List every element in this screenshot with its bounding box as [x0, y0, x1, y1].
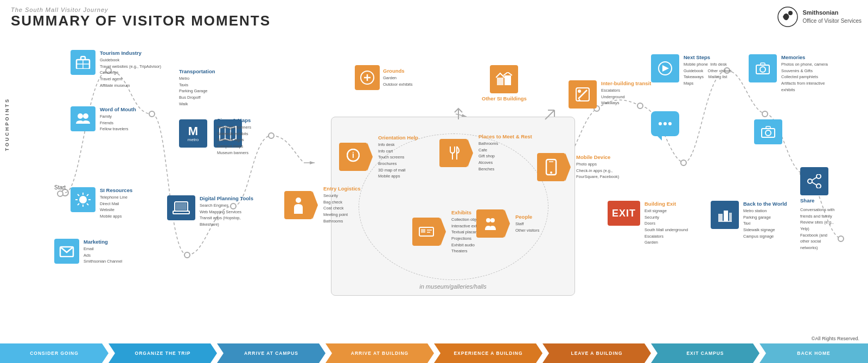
svg-point-11 [681, 160, 686, 165]
header: The South Mall Visitor Journey SUMMARY O… [11, 7, 271, 29]
svg-line-29 [87, 194, 88, 196]
fork-knife-icon [446, 145, 461, 161]
svg-point-44 [486, 218, 490, 222]
inter-building-transit-node: Inter-building transit EscalatorsUndergr… [569, 80, 651, 109]
svg-point-6 [184, 252, 190, 258]
grounds-icon [360, 70, 375, 85]
marketing-title: Marketing [84, 239, 122, 245]
buildings-icon [496, 72, 512, 86]
svg-point-57 [663, 122, 667, 125]
sun-icon [75, 192, 91, 207]
smithsonian-logo-icon [777, 7, 798, 27]
digital-planning-title: Digital Planning Tools [200, 195, 253, 201]
share-node: Share Conversations withfriends and fami… [800, 167, 834, 251]
svg-rect-35 [176, 203, 187, 210]
marketing-items: EmailAdsSmithsonian Channel [84, 246, 122, 265]
city-icon [717, 207, 732, 222]
phone-icon [545, 158, 557, 176]
laptop-icon [173, 201, 190, 215]
people2-icon [483, 216, 498, 231]
mobile-device-node: Mobile Device Photo appsCheck-in apps (e… [537, 153, 619, 181]
segment-consider-going: CONSIDER GOING [0, 343, 108, 363]
svg-point-52 [578, 90, 581, 93]
word-of-mouth-items: FamilyFriendsFellow travelers [100, 113, 136, 132]
svg-point-1 [788, 11, 793, 15]
header-title: SUMMARY OF VISITOR MOMENTS [11, 13, 271, 29]
svg-point-58 [668, 122, 672, 125]
logo-area: Smithsonian Office of Visitor Services [777, 7, 861, 27]
si-resources-node: SI Resources Telephone LineDirect MailWe… [71, 187, 132, 220]
svg-rect-63 [729, 213, 732, 221]
svg-rect-34 [173, 211, 189, 214]
svg-point-45 [490, 218, 495, 222]
tourism-items: GuidebookTravel websites (e.g., TripAdvi… [100, 57, 161, 88]
svg-line-69 [812, 182, 816, 185]
svg-rect-50 [505, 75, 511, 85]
tourism-industry-node: Tourism Industry GuidebookTravel website… [71, 50, 161, 88]
transportation-title: Transportation [179, 68, 215, 74]
svg-text:i: i [352, 151, 354, 160]
info-icon: i [347, 149, 360, 165]
svg-point-55 [760, 67, 765, 72]
svg-line-30 [78, 203, 79, 205]
marketing-node: Marketing EmailAdsSmithsonian Channel [54, 239, 122, 265]
svg-point-8 [269, 133, 274, 138]
svg-point-65 [816, 174, 821, 179]
start-node: Start [54, 184, 66, 197]
svg-line-27 [78, 194, 79, 196]
arrow-up-right-icon [542, 106, 559, 122]
segment-exit-campus: EXIT CAMPUS [651, 343, 760, 363]
tourism-title: Tourism Industry [100, 50, 161, 56]
copyright: ©All Rights Reserved. [812, 336, 859, 341]
svg-line-68 [812, 177, 816, 180]
main-diagram: The South Mall Visitor Journey SUMMARY O… [0, 0, 868, 336]
si-resources-title: SI Resources [100, 187, 132, 193]
svg-point-37 [296, 198, 301, 203]
signs-maps-items: Streetlight bannersSidewalk exhibitsSide… [217, 124, 251, 156]
svg-point-15 [838, 236, 844, 241]
transportation-node: Transportation MetroTaxisParking GarageB… [179, 68, 215, 107]
next-steps-node: Next Steps Mobile phone Info deskGuidebo… [651, 54, 732, 87]
speech-bubble-node [651, 111, 679, 136]
memories-node: Memories Photos on phone, cameraSouvenir… [749, 54, 828, 93]
word-of-mouth-title: Word of Mouth [100, 106, 136, 112]
segment-organize-trip: ORGANIZE THE TRIP [108, 343, 217, 363]
segment-back-home: BACK HOME [760, 343, 868, 363]
si-resources-items: Telephone LineDirect MailWebsiteMobile a… [100, 194, 132, 220]
svg-point-19 [78, 113, 83, 119]
building-exit-node: EXIT Building Exit Exit signageSecurityD… [608, 201, 688, 246]
entry-logistics-node: Entry Logistics SecurityBag checkCoat ch… [284, 186, 361, 224]
touchpoints-label: TOUCHPOINTS [4, 98, 10, 151]
svg-rect-62 [724, 211, 728, 221]
people-node: People StaffOther visitors [476, 209, 539, 238]
signs-maps-node: Signs & Maps Streetlight bannersSidewalk… [217, 117, 251, 156]
camera-icon [755, 62, 770, 75]
svg-point-66 [816, 184, 821, 188]
svg-rect-61 [718, 214, 723, 221]
people-icon [75, 112, 91, 126]
segment-leave-building: LEAVE A BUILDING [542, 343, 651, 363]
grounds-node: Grounds GardenOutdoor exhibits [355, 65, 413, 90]
logo-text: Smithsonian Office of Visitor Services [802, 9, 861, 24]
segment-arrive-campus: ARRIVE AT CAMPUS [217, 343, 326, 363]
svg-point-60 [765, 130, 771, 136]
transportation-items: MetroTaxisParking GarageBus DropoffWalk [179, 75, 215, 107]
back-to-world-node: Back to the World Metro stationParking g… [711, 201, 787, 239]
other-si-node: Other SI Buildings [482, 65, 527, 103]
digital-planning-node: Digital Planning Tools Search EnginesWeb… [167, 195, 253, 228]
word-of-mouth-node: Word of Mouth FamilyFriendsFellow travel… [71, 106, 136, 132]
svg-point-56 [659, 122, 662, 125]
segment-experience-building: EXPERIENCE A BUILDING [434, 343, 542, 363]
segment-arrive-building: ARRIVE AT BUILDING [326, 343, 434, 363]
bottom-bar: CONSIDER GOING ORGANIZE THE TRIP ARRIVE … [0, 343, 868, 363]
camera2-icon [761, 125, 776, 138]
svg-point-22 [79, 196, 87, 203]
svg-point-67 [808, 179, 812, 183]
svg-point-5 [149, 111, 155, 117]
svg-point-13 [762, 111, 768, 117]
svg-point-47 [550, 171, 552, 174]
svg-line-28 [87, 203, 88, 205]
exhibit-icon [418, 225, 435, 238]
person-icon [291, 196, 306, 214]
arrow-up-icon [450, 106, 467, 122]
